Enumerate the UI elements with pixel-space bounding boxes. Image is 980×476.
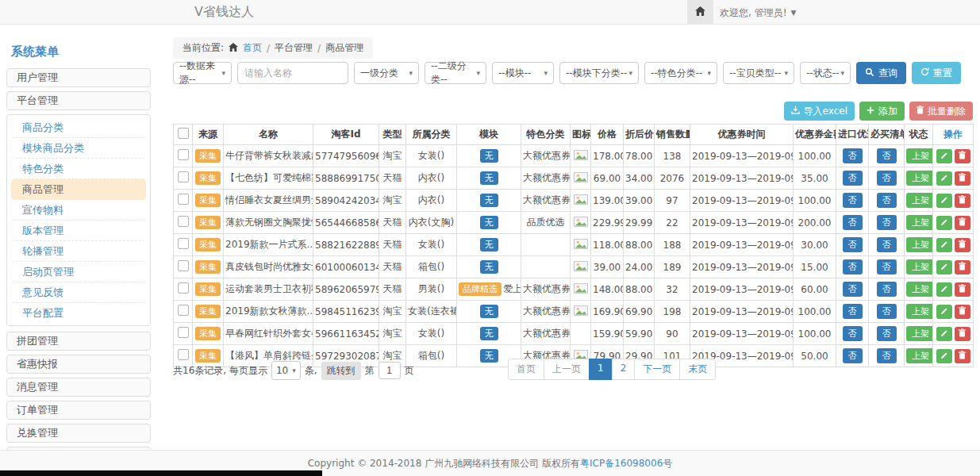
must-buy-toggle[interactable]: 否 [877, 215, 897, 230]
delete-button[interactable] [955, 260, 970, 274]
sidebar-group[interactable]: 兑换管理 [6, 424, 151, 443]
must-buy-toggle[interactable]: 否 [877, 237, 897, 252]
sidebar-item[interactable]: 模块商品分类 [11, 138, 146, 159]
status-button[interactable]: 上架 [906, 259, 933, 274]
icp-link[interactable]: 粤ICP备16098006号 [580, 457, 672, 470]
sidebar-group[interactable]: 省惠快报 [6, 355, 151, 374]
import-select-toggle[interactable]: 否 [843, 259, 863, 274]
delete-button[interactable] [955, 282, 970, 297]
status-button[interactable]: 上架 [906, 171, 933, 186]
reset-button[interactable]: 重置 [912, 62, 961, 84]
sidebar-group[interactable]: 订单管理 [6, 401, 151, 420]
page-button[interactable]: 下一页 [634, 359, 680, 380]
status-button[interactable]: 上架 [906, 282, 933, 297]
import-select-toggle[interactable]: 否 [843, 215, 863, 230]
page-number-input[interactable] [379, 362, 401, 379]
delete-button[interactable] [955, 349, 970, 363]
edit-button[interactable] [936, 327, 952, 341]
status-button[interactable]: 上架 [906, 193, 933, 208]
edit-button[interactable] [936, 171, 952, 186]
import-select-toggle[interactable]: 否 [843, 148, 863, 163]
sidebar-item[interactable]: 版本管理 [11, 221, 146, 241]
must-buy-toggle[interactable]: 否 [877, 193, 897, 208]
filter-select[interactable]: --数据来源--▾ [173, 62, 232, 84]
row-checkbox[interactable] [178, 282, 189, 294]
import-select-toggle[interactable]: 否 [843, 348, 863, 363]
must-buy-toggle[interactable]: 否 [877, 259, 897, 274]
edit-button[interactable] [936, 149, 952, 163]
edit-button[interactable] [936, 194, 952, 208]
filter-select[interactable]: --二级分类--▾ [425, 62, 486, 84]
delete-button[interactable] [955, 327, 970, 341]
home-button[interactable] [687, 0, 713, 24]
must-buy-toggle[interactable]: 否 [877, 282, 897, 297]
import-select-toggle[interactable]: 否 [843, 171, 863, 186]
sidebar-item[interactable]: 平台配置 [11, 303, 146, 323]
sidebar-group[interactable]: 拼团管理 [6, 332, 151, 351]
row-checkbox[interactable] [178, 305, 189, 316]
delete-button[interactable] [955, 305, 970, 319]
must-buy-toggle[interactable]: 否 [877, 326, 897, 341]
search-button[interactable]: 查询 [856, 62, 906, 84]
filter-select[interactable]: --模块--▾ [492, 62, 554, 84]
status-button[interactable]: 上架 [906, 237, 933, 252]
status-button[interactable]: 上架 [906, 326, 933, 341]
row-checkbox[interactable] [178, 171, 189, 182]
sidebar-item[interactable]: 宣传物料 [11, 200, 146, 221]
filter-select[interactable]: 一级分类▾ [354, 62, 419, 84]
sidebar-group[interactable]: 平台管理 [6, 91, 151, 110]
edit-button[interactable] [936, 305, 952, 319]
edit-button[interactable] [936, 238, 952, 252]
edit-button[interactable] [936, 260, 952, 274]
sidebar-item[interactable]: 商品分类 [11, 117, 146, 138]
must-buy-toggle[interactable]: 否 [877, 348, 897, 363]
import-select-toggle[interactable]: 否 [843, 326, 863, 341]
delete-button[interactable] [955, 171, 970, 186]
sidebar-item[interactable]: 意见反馈 [11, 282, 146, 303]
edit-button[interactable] [936, 216, 952, 230]
import-select-toggle[interactable]: 否 [843, 282, 863, 297]
row-checkbox[interactable] [178, 149, 189, 160]
delete-button[interactable] [955, 238, 970, 252]
row-checkbox[interactable] [178, 194, 189, 205]
page-button[interactable]: 上一页 [544, 359, 590, 380]
row-checkbox[interactable] [178, 327, 189, 338]
must-buy-toggle[interactable]: 否 [877, 148, 897, 163]
sidebar-group[interactable]: 消息管理 [6, 378, 151, 397]
must-buy-toggle[interactable]: 否 [877, 304, 897, 319]
status-button[interactable]: 上架 [906, 215, 933, 230]
filter-select[interactable]: --模块下分类--▾ [559, 62, 639, 84]
filter-select[interactable]: --特色分类--▾ [644, 62, 717, 84]
import-select-toggle[interactable]: 否 [843, 237, 863, 252]
status-button[interactable]: 上架 [906, 304, 933, 319]
delete-button[interactable] [955, 149, 970, 163]
page-button[interactable]: 1 [589, 359, 613, 380]
sidebar-item[interactable]: 特色分类 [11, 159, 146, 179]
sidebar-item[interactable]: 轮播管理 [11, 241, 146, 262]
status-button[interactable]: 上架 [906, 348, 933, 363]
status-button[interactable]: 上架 [906, 148, 933, 163]
breadcrumb-home-link[interactable]: 首页 [243, 41, 262, 55]
jump-button[interactable]: 跳转到 [321, 362, 361, 380]
page-button[interactable]: 首页 [508, 359, 544, 380]
delete-button[interactable] [955, 216, 970, 230]
batch-delete-button[interactable]: 批量删除 [909, 102, 973, 121]
import-excel-button[interactable]: 导入excel [784, 102, 855, 121]
sidebar-group[interactable]: 用户管理 [6, 68, 151, 87]
row-checkbox[interactable] [178, 216, 189, 227]
must-buy-toggle[interactable]: 否 [877, 171, 897, 186]
sidebar-item[interactable]: 商品管理 [11, 179, 146, 200]
select-all-checkbox[interactable] [178, 128, 189, 139]
page-button[interactable]: 末页 [679, 359, 716, 380]
import-select-toggle[interactable]: 否 [843, 193, 863, 208]
per-page-select[interactable]: 10 ▾ [271, 361, 301, 380]
filter-select[interactable]: --宝贝类型--▾ [723, 62, 794, 84]
edit-button[interactable] [936, 349, 952, 363]
row-checkbox[interactable] [178, 349, 189, 360]
sidebar-item[interactable]: 启动页管理 [11, 262, 146, 282]
filter-select[interactable]: --状态--▾ [800, 62, 851, 84]
edit-button[interactable] [936, 282, 952, 297]
row-checkbox[interactable] [178, 238, 189, 249]
page-button[interactable]: 2 [612, 359, 636, 380]
add-button[interactable]: 添加 [859, 102, 905, 121]
